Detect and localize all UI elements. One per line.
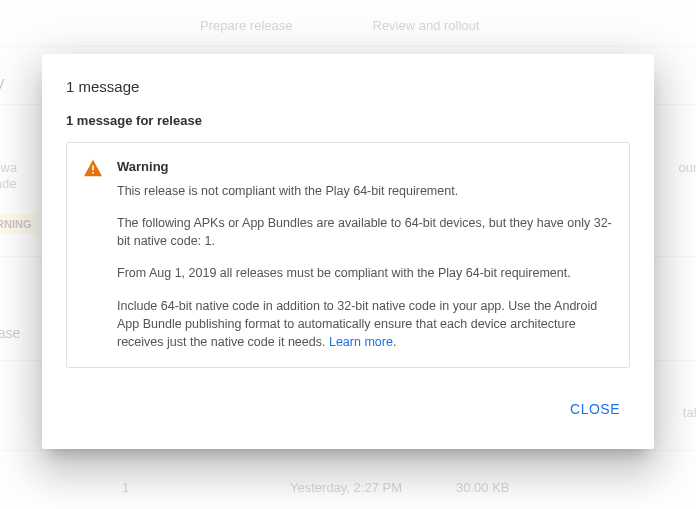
warning-heading: Warning [117, 159, 613, 174]
close-button[interactable]: CLOSE [560, 393, 630, 425]
warning-content: Warning This release is not compliant wi… [117, 159, 613, 351]
svg-rect-0 [92, 166, 94, 171]
warning-paragraph: Include 64-bit native code in addition t… [117, 297, 613, 351]
warning-paragraph: From Aug 1, 2019 all releases must be co… [117, 264, 613, 282]
messages-dialog: 1 message 1 message for release Warning … [42, 54, 654, 449]
warning-paragraph: This release is not compliant with the P… [117, 182, 613, 200]
svg-rect-1 [92, 172, 94, 174]
dialog-subtitle: 1 message for release [66, 113, 630, 128]
dialog-actions: CLOSE [66, 393, 630, 425]
dialog-title: 1 message [66, 78, 630, 95]
learn-more-link[interactable]: Learn more [329, 335, 393, 349]
warning-message-box: Warning This release is not compliant wi… [66, 142, 630, 368]
warning-icon [83, 159, 103, 351]
warning-paragraph: The following APKs or App Bundles are av… [117, 214, 613, 250]
